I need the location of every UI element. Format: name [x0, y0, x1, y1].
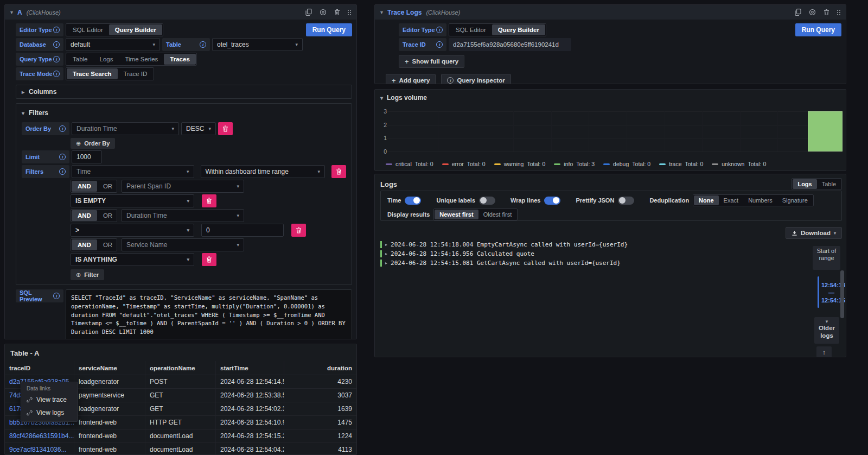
sql-editor-option[interactable]: SQL Editor: [450, 24, 492, 35]
info-icon[interactable]: i: [53, 56, 60, 62]
query-type-timeseries[interactable]: Time Series: [119, 54, 164, 65]
logs-scrollbar[interactable]: [840, 270, 844, 318]
log-row[interactable]: ▸2024-06-28 12:54:15.081 GetCartAsync ca…: [380, 258, 808, 268]
legend-item-unknown[interactable]: unknownTotal: 0: [712, 161, 766, 167]
logs-table-view-toggle[interactable]: Logs Table: [792, 178, 842, 190]
expand-log-icon[interactable]: ▸: [385, 242, 387, 247]
columns-section-toggle[interactable]: ▸ Columns: [16, 85, 352, 99]
query-type-traces[interactable]: Traces: [164, 54, 195, 65]
drag-handle-icon[interactable]: [348, 10, 351, 15]
legend-item-warning[interactable]: warningTotal: 0: [494, 161, 546, 167]
editor-type-switch[interactable]: SQL Editor Query Builder: [449, 23, 546, 36]
hide-response-icon[interactable]: [320, 9, 327, 16]
log-row[interactable]: ▸2024-06-28 12:54:16.956 Calculated quot…: [380, 249, 808, 258]
view-trace-menu-item[interactable]: View trace: [21, 393, 78, 406]
col-starttime[interactable]: startTime: [216, 361, 284, 375]
trace-search-option[interactable]: Trace Search: [67, 68, 118, 79]
order-by-field-select[interactable]: Duration Time▾: [72, 122, 179, 135]
condition-field-select[interactable]: Parent Span ID▾: [122, 180, 244, 193]
logs-volume-section-toggle[interactable]: ▾ Logs volume: [375, 90, 846, 102]
delete-query-icon[interactable]: [334, 9, 340, 16]
dedup-signature-option[interactable]: Signature: [777, 195, 813, 205]
duplicate-query-icon[interactable]: [305, 9, 312, 16]
filters-section-toggle[interactable]: ▾ Filters: [22, 108, 346, 118]
database-select[interactable]: default▾: [66, 38, 160, 51]
hide-response-icon[interactable]: [809, 9, 816, 16]
logs-volume-chart[interactable]: [387, 111, 843, 151]
condition-value-input[interactable]: [201, 224, 284, 237]
collapse-chevron-icon[interactable]: ▾: [10, 9, 13, 15]
delete-query-icon[interactable]: [824, 9, 829, 16]
newest-first-option[interactable]: Newest first: [435, 210, 478, 219]
legend-item-trace[interactable]: traceTotal: 0: [659, 161, 703, 167]
query-builder-option[interactable]: Query Builder: [109, 24, 162, 35]
add-order-by-button[interactable]: ⊕Order By: [71, 138, 115, 149]
dedup-numbers-option[interactable]: Numbers: [743, 195, 777, 205]
remove-condition-button[interactable]: [291, 224, 306, 237]
deduplication-switch[interactable]: None Exact Numbers Signature: [693, 194, 814, 206]
and-or-switch[interactable]: ANDOR: [71, 209, 117, 222]
trace-id-value[interactable]: d2a7155ef6a928a05680e5ff6190241d: [449, 38, 571, 51]
query-inspector-button[interactable]: iQuery inspector: [441, 74, 510, 84]
legend-item-error[interactable]: errorTotal: 0: [442, 161, 486, 167]
info-icon[interactable]: i: [59, 168, 66, 175]
trace-id-link[interactable]: 9ce7acf81341036...: [9, 446, 66, 453]
condition-operator-select[interactable]: >▾: [71, 224, 194, 237]
table-select[interactable]: otel_traces▾: [212, 38, 303, 51]
run-query-button[interactable]: Run Query: [306, 23, 352, 36]
view-logs-menu-item[interactable]: View logs: [21, 406, 78, 419]
col-operationname[interactable]: operationName: [145, 361, 216, 375]
info-icon[interactable]: i: [436, 41, 443, 48]
legend-item-info[interactable]: infoTotal: 3: [554, 161, 595, 167]
remove-condition-button[interactable]: [202, 194, 216, 207]
condition-field-select[interactable]: Duration Time▾: [122, 209, 244, 222]
remove-order-by-button[interactable]: [218, 122, 233, 135]
filter-field-select[interactable]: Time▾: [72, 165, 194, 178]
time-toggle[interactable]: [405, 197, 421, 205]
legend-item-debug[interactable]: debugTotal: 0: [603, 161, 650, 167]
expand-log-icon[interactable]: ▸: [385, 261, 387, 266]
trace-id-option[interactable]: Trace ID: [118, 68, 154, 79]
info-icon[interactable]: i: [59, 125, 66, 132]
order-by-direction-select[interactable]: DESC▾: [181, 122, 216, 135]
add-query-button[interactable]: +Add query: [386, 74, 436, 84]
col-duration[interactable]: duration: [284, 361, 356, 375]
run-query-button[interactable]: Run Query: [795, 23, 841, 36]
dedup-exact-option[interactable]: Exact: [719, 195, 744, 205]
info-icon[interactable]: i: [436, 27, 443, 33]
query-type-table[interactable]: Table: [67, 54, 94, 65]
oldest-first-option[interactable]: Oldest first: [478, 210, 517, 219]
view-table-option[interactable]: Table: [817, 179, 841, 189]
bar-info[interactable]: [808, 111, 843, 151]
condition-operator-select[interactable]: IS ANYTHING▾: [71, 253, 194, 266]
drag-handle-icon[interactable]: [837, 10, 840, 15]
col-traceid[interactable]: traceID: [5, 361, 74, 375]
query-builder-option[interactable]: Query Builder: [492, 24, 545, 35]
limit-input[interactable]: [72, 150, 102, 163]
prettify-json-toggle[interactable]: [618, 197, 634, 205]
query-type-switch[interactable]: Table Logs Time Series Traces: [66, 53, 197, 66]
info-icon[interactable]: i: [53, 293, 60, 299]
col-servicename[interactable]: serviceName: [74, 361, 145, 375]
dedup-none-option[interactable]: None: [694, 195, 719, 205]
info-icon[interactable]: i: [53, 71, 60, 77]
collapse-chevron-icon[interactable]: ▾: [380, 9, 383, 15]
duplicate-query-icon[interactable]: [795, 9, 801, 16]
query-ref-title[interactable]: Trace Logs: [387, 9, 422, 16]
and-or-switch[interactable]: ANDOR: [71, 238, 117, 251]
remove-condition-button[interactable]: [202, 253, 216, 266]
query-type-logs[interactable]: Logs: [94, 54, 119, 65]
condition-field-select[interactable]: Service Name▾: [122, 238, 244, 251]
wrap-lines-toggle[interactable]: [544, 197, 560, 205]
add-filter-button[interactable]: ⊕Filter: [71, 269, 104, 280]
remove-filter-button[interactable]: [331, 165, 346, 178]
unique-labels-toggle[interactable]: [479, 197, 495, 205]
show-full-query-button[interactable]: +Show full query: [399, 55, 464, 68]
and-or-switch[interactable]: ANDOR: [71, 180, 117, 193]
sql-editor-option[interactable]: SQL Editor: [67, 24, 109, 35]
view-logs-option[interactable]: Logs: [793, 179, 816, 189]
info-icon[interactable]: i: [200, 41, 206, 48]
info-icon[interactable]: i: [59, 154, 66, 160]
trace-id-link[interactable]: 89cf4286e631591b4...: [9, 432, 74, 440]
legend-item-critical[interactable]: criticalTotal: 0: [386, 161, 433, 167]
